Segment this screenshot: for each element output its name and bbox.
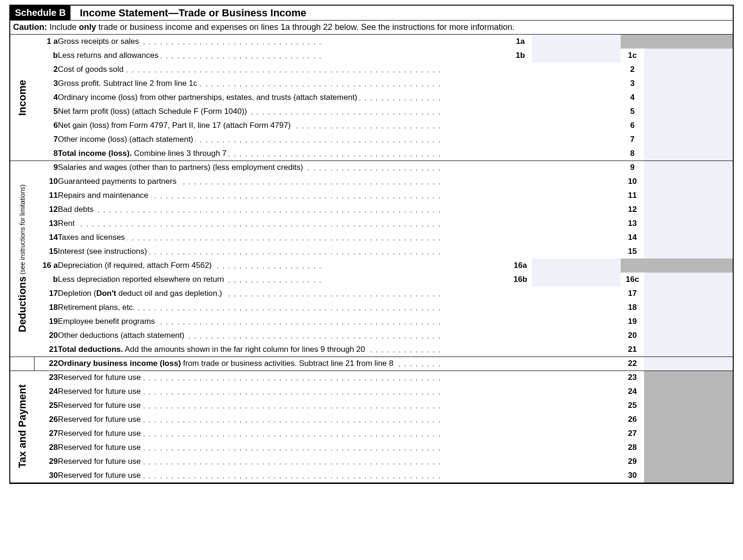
section-income-label: Income [10,35,35,161]
line-21: 21 Total deductions. Add the amounts sho… [10,343,733,357]
line-12: 12 Bad debts............................… [10,203,733,217]
line-13: 13 Rent.................................… [10,217,733,231]
input-28 [644,441,733,455]
line-8: 8 Total income (loss). Combine lines 3 t… [10,147,733,161]
input-6[interactable] [644,119,733,133]
input-16c[interactable] [644,273,733,287]
input-14[interactable] [644,231,733,245]
line-25: 25 Reserved for future use..............… [10,399,733,413]
input-10[interactable] [644,175,733,189]
schedule-badge: Schedule B [10,6,70,20]
input-11[interactable] [644,189,733,203]
input-1a[interactable] [532,35,621,49]
input-9[interactable] [644,161,733,175]
input-19[interactable] [644,315,733,329]
line-11: 11 Repairs and maintenance..............… [10,189,733,203]
input-30 [644,469,733,483]
line-26: 26 Reserved for future use..............… [10,413,733,427]
section-deductions-label: Deductions (see instructions for limitat… [10,161,35,357]
form-title: Income Statement—Trade or Business Incom… [70,7,306,19]
line-27: 27 Reserved for future use..............… [10,427,733,441]
line-14: 14 Taxes and licenses...................… [10,231,733,245]
line-30: 30 Reserved for future use..............… [10,469,733,483]
input-1b[interactable] [532,49,621,63]
input-26 [644,413,733,427]
input-8[interactable] [644,147,733,161]
line-5: 5 Net farm profit (loss) (attach Schedul… [10,105,733,119]
line-7: 7 Other income (loss) (attach statement)… [10,133,733,147]
input-20[interactable] [644,329,733,343]
input-17[interactable] [644,287,733,301]
form-table: Income 1 a Gross receipts or sales......… [10,35,733,483]
line-18: 18 Retirement plans, etc................… [10,301,733,315]
line-9: Deductions (see instructions for limitat… [10,161,733,175]
caution-text: Caution: Include only trade or business … [10,21,733,35]
line-1a: Income 1 a Gross receipts or sales......… [10,35,733,49]
input-12[interactable] [644,203,733,217]
line-29: 29 Reserved for future use..............… [10,455,733,469]
input-7[interactable] [644,133,733,147]
input-4[interactable] [644,91,733,105]
input-16b[interactable] [532,273,621,287]
schedule-b-form: Schedule B Income Statement—Trade or Bus… [9,5,734,484]
input-3[interactable] [644,77,733,91]
input-21[interactable] [644,343,733,357]
input-15[interactable] [644,245,733,259]
line-2: 2 Cost of goods sold....................… [10,63,733,77]
input-23 [644,371,733,385]
input-16a[interactable] [532,259,621,273]
line-20: 20 Other deductions (attach statement)..… [10,329,733,343]
line-23: Tax and Payment 23 Reserved for future u… [10,371,733,385]
line-16b: b Less depreciation reported elsewhere o… [10,273,733,287]
input-29 [644,455,733,469]
line-22: 22 Ordinary business income (loss) from … [10,357,733,371]
line-6: 6 Net gain (loss) from Form 4797, Part I… [10,119,733,133]
caution-label: Caution: [13,22,47,32]
line-24: 24 Reserved for future use..............… [10,385,733,399]
input-2[interactable] [644,63,733,77]
input-13[interactable] [644,217,733,231]
line-17: 17 Depletion (Don't deduct oil and gas d… [10,287,733,301]
line-3: 3 Gross profit. Subtract line 2 from lin… [10,77,733,91]
section-tax-label: Tax and Payment [10,371,35,483]
line-10: 10 Guaranteed payments to partners......… [10,175,733,189]
line-15: 15 Interest (see instructions)..........… [10,245,733,259]
line-28: 28 Reserved for future use..............… [10,441,733,455]
input-1c[interactable] [644,49,733,63]
form-header: Schedule B Income Statement—Trade or Bus… [10,6,733,21]
line-16a: 16 a Depreciation (if required, attach F… [10,259,733,273]
input-24 [644,385,733,399]
input-25 [644,399,733,413]
input-27 [644,427,733,441]
line-4: 4 Ordinary income (loss) from other part… [10,91,733,105]
line-1b: b Less returns and allowances...........… [10,49,733,63]
input-18[interactable] [644,301,733,315]
input-5[interactable] [644,105,733,119]
line-19: 19 Employee benefit programs............… [10,315,733,329]
input-22[interactable] [644,357,733,371]
